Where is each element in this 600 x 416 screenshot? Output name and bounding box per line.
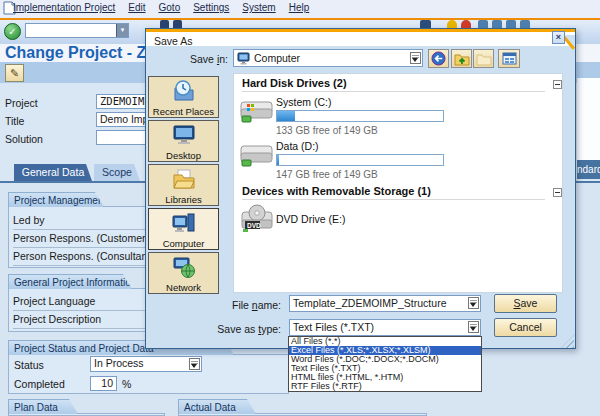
up-folder-button[interactable] bbox=[451, 49, 472, 68]
capacity-bar bbox=[276, 154, 444, 166]
divider bbox=[242, 199, 545, 200]
menu-settings[interactable]: Settings bbox=[193, 2, 229, 13]
toolbar-icon-fragment bbox=[506, 20, 516, 28]
sidebar-item-desktop[interactable]: Desktop bbox=[148, 120, 219, 162]
removable-storage-header: Devices with Removable Storage (1) bbox=[242, 185, 431, 197]
system-drive-icon bbox=[240, 98, 274, 124]
title-label: Title bbox=[5, 115, 24, 127]
toolbar-icon-fragment bbox=[420, 20, 431, 28]
file-name-field[interactable]: Template_ZDEMOIMP_Structure bbox=[289, 295, 481, 312]
project-management-header: Project Management bbox=[8, 192, 104, 207]
dropdown-option[interactable]: Text Files (*.TXT) bbox=[289, 364, 481, 373]
dialog-title: Save As bbox=[154, 35, 193, 47]
save-button[interactable]: Save bbox=[494, 294, 557, 313]
sidebar-item-network[interactable]: Network bbox=[148, 252, 219, 294]
menu-system[interactable]: System bbox=[242, 2, 275, 13]
close-icon[interactable]: × bbox=[552, 31, 565, 44]
background-panel-fragment bbox=[577, 78, 600, 160]
toolbar-icon-fragment bbox=[492, 20, 502, 28]
completed-field[interactable]: 10 bbox=[90, 376, 117, 391]
status-combo[interactable]: In Process bbox=[90, 356, 202, 372]
network-icon bbox=[172, 255, 196, 279]
page-title: Change Project - ZD bbox=[5, 44, 158, 62]
led-by-row[interactable]: Led by bbox=[13, 212, 145, 230]
dropdown-option[interactable]: HTML files (*.HTML, *.HTM) bbox=[289, 373, 481, 382]
drive-name[interactable]: System (C:) bbox=[276, 96, 331, 108]
menu-implementation-project[interactable]: Implementation Project bbox=[13, 2, 115, 13]
collapse-icon[interactable] bbox=[553, 80, 562, 89]
command-field-dropdown-icon[interactable]: ▾ bbox=[116, 24, 128, 37]
libraries-icon bbox=[172, 167, 196, 191]
command-field[interactable]: ▾ bbox=[25, 23, 129, 38]
back-button[interactable] bbox=[428, 49, 449, 68]
general-project-info-header: General Project Information bbox=[8, 274, 132, 289]
views-button[interactable] bbox=[498, 49, 520, 68]
tab-general-data[interactable]: General Data bbox=[14, 164, 92, 181]
dropdown-option[interactable]: Word Files (*.DOC;*.DOCX;*.DOCM) bbox=[289, 355, 481, 364]
dropdown-option-selected[interactable]: Excel Files (*.XLS;*.XLSX;*.XLSM) bbox=[289, 346, 481, 355]
project-label: Project bbox=[5, 97, 38, 109]
computer-icon bbox=[172, 211, 196, 235]
save-as-type-combo[interactable]: Text Files (*.TXT) bbox=[289, 319, 481, 336]
actual-data-header: Actual Data bbox=[178, 399, 256, 414]
back-icon bbox=[431, 51, 446, 66]
dialog-title-bar[interactable]: Save As bbox=[146, 29, 575, 46]
menu-items: Implementation Project Edit Goto Setting… bbox=[13, 2, 309, 13]
plan-data-header: Plan Data bbox=[8, 399, 78, 414]
person-respons-customer-row[interactable]: Person Respons. (Customer) bbox=[13, 230, 145, 248]
file-name-dropdown-icon[interactable] bbox=[468, 297, 479, 309]
status-dropdown-icon[interactable] bbox=[189, 358, 200, 370]
sidebar-item-libraries[interactable]: Libraries bbox=[148, 164, 219, 206]
capacity-bar bbox=[276, 110, 444, 122]
save-as-type-dropdown-icon[interactable] bbox=[468, 321, 479, 333]
toolbar-icon-fragment bbox=[160, 20, 169, 28]
save-in-label: Save in: bbox=[164, 53, 228, 65]
status-label: Status bbox=[14, 359, 44, 371]
divider bbox=[242, 91, 545, 92]
menu-edit[interactable]: Edit bbox=[128, 2, 145, 13]
tab-scope[interactable]: Scope bbox=[94, 164, 140, 181]
new-folder-button[interactable] bbox=[473, 49, 494, 68]
new-folder-icon bbox=[476, 52, 492, 66]
recent-places-icon bbox=[172, 79, 196, 103]
save-as-dialog: Save As × Save in: Computer bbox=[145, 28, 576, 349]
save-in-combo[interactable]: Computer bbox=[233, 49, 423, 67]
standard-header-fragment: ndard bbox=[577, 160, 600, 179]
data-drive-icon bbox=[240, 142, 274, 168]
menu-goto[interactable]: Goto bbox=[159, 2, 181, 13]
project-language-row[interactable]: Project Language bbox=[13, 293, 145, 311]
dropdown-option[interactable]: RTF Files (*.RTF) bbox=[289, 382, 481, 391]
file-type-dropdown-list: All Files (*.*) Excel Files (*.XLS;*.XLS… bbox=[288, 336, 482, 392]
save-in-dropdown-icon[interactable] bbox=[410, 52, 421, 64]
svg-text:DVD: DVD bbox=[247, 222, 261, 229]
project-description-row[interactable]: Project Description bbox=[13, 311, 145, 329]
display-change-button[interactable]: ✎ bbox=[5, 64, 24, 82]
enter-check-button[interactable]: ✓ bbox=[4, 23, 21, 40]
sidebar-item-recent-places[interactable]: Recent Places bbox=[148, 76, 219, 118]
toolbar-icon-fragment bbox=[461, 20, 471, 28]
file-list[interactable]: Hard Disk Drives (2) System (C:) 133 GB … bbox=[233, 73, 563, 293]
up-folder-icon bbox=[454, 52, 470, 66]
dropdown-option[interactable]: All Files (*.*) bbox=[289, 337, 481, 346]
drive-name[interactable]: Data (D:) bbox=[276, 140, 319, 152]
collapse-icon[interactable] bbox=[553, 188, 562, 197]
toolbar-icon-fragment bbox=[447, 20, 457, 28]
file-name-label: File name: bbox=[201, 299, 281, 311]
toolbar-icon-fragment bbox=[173, 20, 182, 28]
computer-icon bbox=[237, 52, 251, 65]
save-as-type-label: Save as type: bbox=[191, 323, 281, 335]
person-respons-consultant-row[interactable]: Person Respons. (Consultant) bbox=[13, 248, 145, 266]
resize-grip[interactable] bbox=[561, 335, 574, 348]
menu-help[interactable]: Help bbox=[289, 2, 310, 13]
desktop-icon bbox=[172, 123, 196, 147]
screen: Implementation Project Edit Goto Setting… bbox=[0, 0, 600, 416]
solution-label: Solution bbox=[5, 133, 43, 145]
sap-menu-bar: Implementation Project Edit Goto Setting… bbox=[0, 0, 600, 18]
completed-unit: % bbox=[122, 378, 131, 390]
sidebar-item-computer[interactable]: Computer bbox=[148, 208, 219, 250]
toolbar-icon-fragment bbox=[520, 20, 530, 28]
cancel-button[interactable]: Cancel bbox=[494, 318, 557, 337]
dvd-drive-name[interactable]: DVD Drive (E:) bbox=[276, 213, 345, 225]
drive-free-space: 147 GB free of 149 GB bbox=[276, 169, 378, 180]
dvd-drive-icon: DVD bbox=[240, 204, 274, 234]
